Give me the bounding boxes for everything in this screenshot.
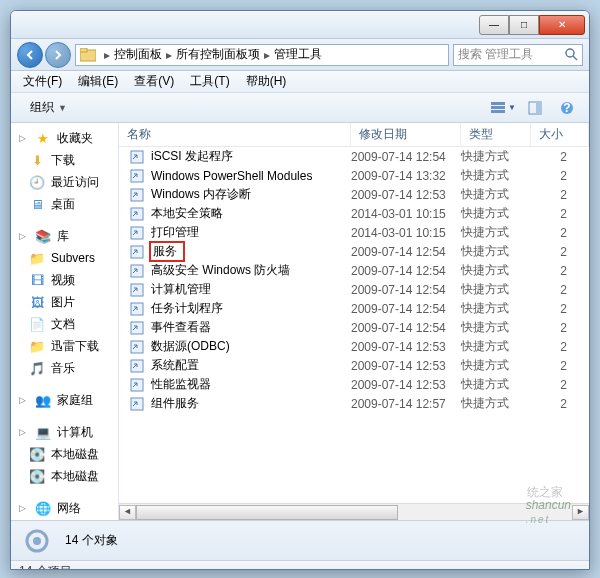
expand-icon: ▷ [19, 427, 27, 437]
minimize-button[interactable]: — [479, 15, 509, 35]
file-row[interactable]: 事件查看器2009-07-14 12:54快捷方式2 [119, 318, 589, 337]
organize-button[interactable]: 组织 ▼ [19, 95, 78, 120]
sidebar-homegroup[interactable]: ▷👥家庭组 [11, 389, 118, 411]
file-date: 2009-07-14 12:54 [351, 283, 461, 297]
sidebar-computer[interactable]: ▷💻计算机 [11, 421, 118, 443]
sidebar-item-label: 收藏夹 [57, 130, 93, 147]
menu-tools[interactable]: 工具(T) [184, 72, 235, 91]
file-size: 2 [531, 378, 589, 392]
sidebar-item-label: 文档 [51, 316, 75, 333]
sidebar-localdisk[interactable]: 💽本地磁盘 [11, 465, 118, 487]
sidebar-desktop[interactable]: 🖥桌面 [11, 193, 118, 215]
sidebar-xunlei[interactable]: 📁迅雷下载 [11, 335, 118, 357]
file-row[interactable]: 本地安全策略2014-03-01 10:15快捷方式2 [119, 204, 589, 223]
file-row[interactable]: 高级安全 Windows 防火墙2009-07-14 12:54快捷方式2 [119, 261, 589, 280]
file-row[interactable]: 打印管理2014-03-01 10:15快捷方式2 [119, 223, 589, 242]
help-button[interactable]: ? [553, 97, 581, 119]
help-icon: ? [560, 101, 574, 115]
maximize-button[interactable]: □ [509, 15, 539, 35]
file-size: 2 [531, 397, 589, 411]
file-row[interactable]: 性能监视器2009-07-14 12:53快捷方式2 [119, 375, 589, 394]
column-name[interactable]: 名称 [119, 123, 351, 146]
file-type: 快捷方式 [461, 262, 531, 279]
file-name: 服务 [149, 241, 185, 262]
scroll-track[interactable] [136, 505, 572, 520]
file-row[interactable]: 系统配置2009-07-14 12:53快捷方式2 [119, 356, 589, 375]
scroll-thumb[interactable] [136, 505, 398, 520]
music-icon: 🎵 [29, 360, 45, 376]
view-mode-button[interactable]: ▼ [489, 97, 517, 119]
chevron-down-icon: ▼ [508, 103, 516, 112]
sidebar-network[interactable]: ▷🌐网络 [11, 497, 118, 519]
sidebar-documents[interactable]: 📄文档 [11, 313, 118, 335]
forward-button[interactable] [45, 42, 71, 68]
menu-help[interactable]: 帮助(H) [240, 72, 293, 91]
sidebar-video[interactable]: 🎞视频 [11, 269, 118, 291]
horizontal-scrollbar: ◄ ► [119, 503, 589, 520]
gear-icon [21, 525, 53, 557]
breadcrumb[interactable]: ▸ 控制面板 ▸ 所有控制面板项 ▸ 管理工具 [75, 44, 449, 66]
recent-icon: 🕘 [29, 174, 45, 190]
details-count: 14 个对象 [65, 532, 118, 549]
shortcut-icon [129, 358, 145, 374]
menu-file[interactable]: 文件(F) [17, 72, 68, 91]
column-date[interactable]: 修改日期 [351, 123, 461, 146]
file-name: 组件服务 [151, 395, 199, 412]
expand-icon: ▷ [19, 503, 27, 513]
svg-point-2 [566, 49, 574, 57]
sidebar-item-label: 本地磁盘 [51, 446, 99, 463]
sidebar-item-label: 网络 [57, 500, 81, 517]
content-area: 名称 修改日期 类型 大小 iSCSI 发起程序2009-07-14 12:54… [119, 123, 589, 520]
file-date: 2009-07-14 12:54 [351, 302, 461, 316]
file-row[interactable]: Windows PowerShell Modules2009-07-14 13:… [119, 166, 589, 185]
file-size: 2 [531, 359, 589, 373]
menu-edit[interactable]: 编辑(E) [72, 72, 124, 91]
breadcrumb-seg[interactable]: 控制面板 [114, 46, 162, 63]
sidebar-pictures[interactable]: 🖼图片 [11, 291, 118, 313]
network-icon: 🌐 [35, 500, 51, 516]
sidebar-music[interactable]: 🎵音乐 [11, 357, 118, 379]
file-row[interactable]: 数据源(ODBC)2009-07-14 12:53快捷方式2 [119, 337, 589, 356]
sidebar: ▷★收藏夹 ⬇下载 🕘最近访问 🖥桌面 ▷📚库 📁Subvers 🎞视频 🖼图片… [11, 123, 119, 520]
file-row[interactable]: 计算机管理2009-07-14 12:54快捷方式2 [119, 280, 589, 299]
close-button[interactable]: ✕ [539, 15, 585, 35]
file-date: 2014-03-01 10:15 [351, 226, 461, 240]
forward-arrow-icon [53, 50, 63, 60]
sidebar-localdisk[interactable]: 💽本地磁盘 [11, 443, 118, 465]
download-icon: ⬇ [29, 152, 45, 168]
file-row[interactable]: 组件服务2009-07-14 12:57快捷方式2 [119, 394, 589, 413]
file-date: 2009-07-14 12:53 [351, 378, 461, 392]
file-row[interactable]: iSCSI 发起程序2009-07-14 12:54快捷方式2 [119, 147, 589, 166]
file-type: 快捷方式 [461, 395, 531, 412]
sidebar-subversion[interactable]: 📁Subvers [11, 247, 118, 269]
column-type[interactable]: 类型 [461, 123, 531, 146]
back-button[interactable] [17, 42, 43, 68]
menu-view[interactable]: 查看(V) [128, 72, 180, 91]
sidebar-libraries[interactable]: ▷📚库 [11, 225, 118, 247]
chevron-right-icon: ▸ [260, 48, 274, 62]
search-input[interactable]: 搜索 管理工具 [453, 44, 583, 66]
folder-icon: 📁 [29, 250, 45, 266]
sidebar-item-label: 视频 [51, 272, 75, 289]
file-size: 2 [531, 169, 589, 183]
search-icon [565, 48, 578, 61]
sidebar-favorites[interactable]: ▷★收藏夹 [11, 127, 118, 149]
computer-icon: 💻 [35, 424, 51, 440]
scroll-right-button[interactable]: ► [572, 505, 589, 520]
file-name: 数据源(ODBC) [151, 338, 230, 355]
sidebar-recent[interactable]: 🕘最近访问 [11, 171, 118, 193]
breadcrumb-seg[interactable]: 管理工具 [274, 46, 322, 63]
svg-rect-4 [491, 102, 505, 105]
scroll-left-button[interactable]: ◄ [119, 505, 136, 520]
file-row[interactable]: Windows 内存诊断2009-07-14 12:53快捷方式2 [119, 185, 589, 204]
sidebar-downloads[interactable]: ⬇下载 [11, 149, 118, 171]
breadcrumb-seg[interactable]: 所有控制面板项 [176, 46, 260, 63]
svg-rect-6 [491, 110, 505, 113]
file-row[interactable]: 任务计划程序2009-07-14 12:54快捷方式2 [119, 299, 589, 318]
column-size[interactable]: 大小 [531, 123, 589, 146]
shortcut-icon [129, 320, 145, 336]
preview-pane-button[interactable] [521, 97, 549, 119]
file-row[interactable]: 服务2009-07-14 12:54快捷方式2 [119, 242, 589, 261]
documents-icon: 📄 [29, 316, 45, 332]
sidebar-item-label: 家庭组 [57, 392, 93, 409]
